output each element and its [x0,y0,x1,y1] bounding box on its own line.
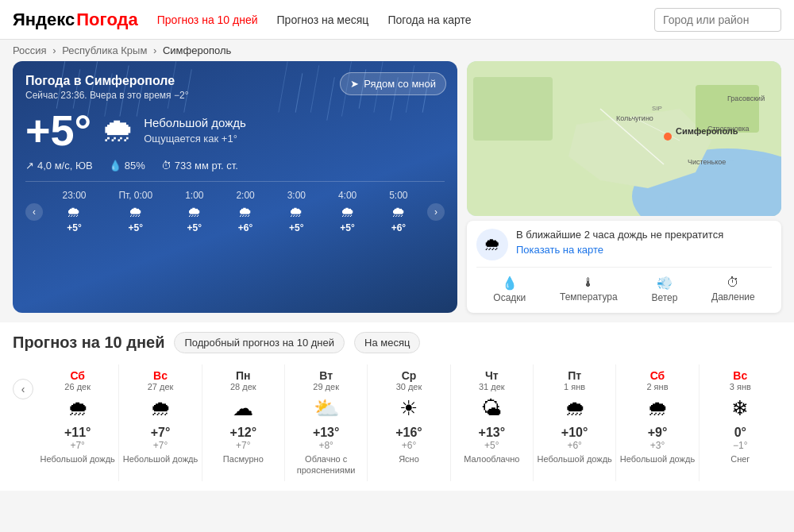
temp-big: +5° [25,109,91,152]
map-info-message: В ближайшие 2 часа дождь не прекратится [516,229,723,241]
header: Яндекс Погода Прогноз на 10 дней Прогноз… [0,0,794,40]
breadcrumb-russia[interactable]: Россия [13,44,47,56]
map-section: Симферополь Кольчугино Строгановка Чисте… [467,61,781,313]
logo-yandex: Яндекс [13,10,75,30]
forecast-desc-6: Небольшой дождь [535,453,614,465]
forecast-date-6: 1 янв [535,382,614,391]
pressure-icon: ⏱ [161,160,172,172]
map-cloud-icon: 🌧 [476,229,508,260]
forecast-day-8: Вс [701,369,780,382]
forecast-date-4: 30 дек [369,382,448,391]
hourly-temp-4: +5° [287,222,306,233]
nav-item-month[interactable]: Прогноз на месяц [277,13,369,26]
forecast-desc-5: Малооблачно [453,453,531,465]
forecast-icon-0: 🌧 [38,396,117,421]
forecast-icon-5: 🌤 [453,396,531,421]
svg-text:Грасовский: Грасовский [727,94,765,102]
humidity-value: 85% [125,160,145,172]
forecast-day-4: Ср [369,369,448,382]
svg-text:Строгановка: Строгановка [707,125,750,133]
hourly-item-2: 1:00 🌧 +5° [185,190,203,233]
svg-text:Чистенькое: Чистенькое [688,158,726,166]
breadcrumb-sep-1: › [52,44,56,56]
hourly-prev-button[interactable]: ‹ [25,203,43,221]
precipitation-label: Осадки [493,292,526,303]
hourly-icon-1: 🌧 [118,204,152,221]
wind-detail: ↗ 4,0 м/с, ЮВ [25,160,93,172]
forecast-icon-4: ☀ [369,396,448,421]
nav-item-map[interactable]: Погода на карте [387,13,471,26]
svg-text:Кольчугино: Кольчугино [616,114,653,122]
hourly-time-3: 2:00 [236,190,254,201]
forecast-date-7: 2 янв [618,382,696,391]
detailed-forecast-button[interactable]: Подробный прогноз на 10 дней [174,332,345,353]
forecast-high-0: +11° [38,426,117,440]
humidity-icon: 💧 [109,160,121,172]
forecast-day-2: Пн [204,369,283,382]
map-show-link[interactable]: Показать на карте [516,244,603,256]
map-container[interactable]: Симферополь Кольчугино Строгановка Чисте… [467,61,781,216]
forecast-title: Прогноз на 10 дней [13,333,164,352]
main-content: ➤ Рядом со мной Погода в Симферополе Сей… [0,61,794,322]
breadcrumb-current: Симферополь [163,44,231,56]
forecast-date-1: 27 дек [121,382,199,391]
hourly-items: 23:00 🌧 +5° Пт, 0:00 🌧 +5° 1:00 🌧 +5° 2:… [46,190,424,233]
forecast-icon-8: ❄ [701,396,780,421]
map-control-pressure[interactable]: ⏱ Давление [705,274,761,305]
forecast-desc-0: Небольшой дождь [38,453,117,465]
nearby-button[interactable]: ➤ Рядом со мной [340,72,446,95]
map-info-text-block: В ближайшие 2 часа дождь не прекратится … [516,229,723,256]
humidity-detail: 💧 85% [109,160,145,172]
forecast-high-8: 0° [701,426,780,440]
logo: Яндекс Погода [13,10,138,30]
forecast-day-7: Сб [618,369,696,382]
forecast-date-2: 28 дек [204,382,283,391]
forecast-desc-4: Ясно [369,453,448,465]
map-control-wind[interactable]: 💨 Ветер [645,274,684,305]
svg-rect-6 [473,77,553,141]
hourly-next-button[interactable]: › [427,203,445,221]
map-controls: 💧 Осадки 🌡 Температура 💨 Ветер ⏱ Давлени… [476,267,772,305]
hourly-icon-3: 🌧 [236,204,254,221]
forecast-low-2: +7° [204,440,283,451]
forecast-icon-7: 🌧 [618,396,696,421]
hourly-temp-3: +6° [236,222,254,233]
forecast-desc-7: Небольшой дождь [618,453,696,465]
forecast-prev-button[interactable]: ‹ [13,379,33,399]
forecast-date-8: 3 янв [701,382,780,391]
forecast-date-5: 31 дек [453,382,531,391]
month-forecast-button[interactable]: На месяц [354,332,420,353]
hourly-time-4: 3:00 [287,190,306,201]
forecast-section: Прогноз на 10 дней Подробный прогноз на … [0,322,794,491]
forecast-day-3: Вт [287,369,365,382]
pressure-label: Давление [711,291,755,303]
hourly-time-6: 5:00 [389,190,407,201]
forecast-item-3: Вт 29 дек ⛅ +13° +8° Облачно с прояснени… [285,364,368,481]
forecast-high-3: +13° [287,426,365,440]
precipitation-icon: 💧 [493,276,526,291]
search-input[interactable] [654,8,781,32]
nav-item-10days[interactable]: Прогноз на 10 дней [157,13,258,26]
forecast-low-3: +8° [287,440,365,451]
hourly-icon-4: 🌧 [287,204,306,221]
forecast-item-4: Ср 30 дек ☀ +16° +6° Ясно [368,364,450,481]
breadcrumb-sep-2: › [153,44,156,56]
forecast-item-8: Вс 3 янв ❄ 0° −1° Снег [700,364,781,481]
forecast-icon-3: ⛅ [287,396,365,421]
forecast-items: Сб 26 дек 🌧 +11° +7° Небольшой дождь Вс … [37,364,781,481]
temperature-label: Температура [560,291,618,303]
map-control-precipitation[interactable]: 💧 Осадки [487,274,532,305]
hourly-icon-0: 🌧 [62,204,86,221]
main-nav: Прогноз на 10 дней Прогноз на месяц Пого… [157,13,654,26]
breadcrumb: Россия › Республика Крым › Симферополь [0,40,794,61]
hourly-icon-2: 🌧 [185,204,203,221]
forecast-low-1: +7° [121,440,199,451]
location-icon: ➤ [350,78,359,90]
map-control-temperature[interactable]: 🌡 Температура [553,274,624,305]
hourly-time-2: 1:00 [185,190,203,201]
breadcrumb-crimea[interactable]: Республика Крым [62,44,147,56]
forecast-low-4: +6° [369,440,448,451]
pressure-value: 733 мм рт. ст. [175,160,238,172]
forecast-low-5: +5° [453,440,531,451]
hourly-item-1: Пт, 0:00 🌧 +5° [118,190,152,233]
